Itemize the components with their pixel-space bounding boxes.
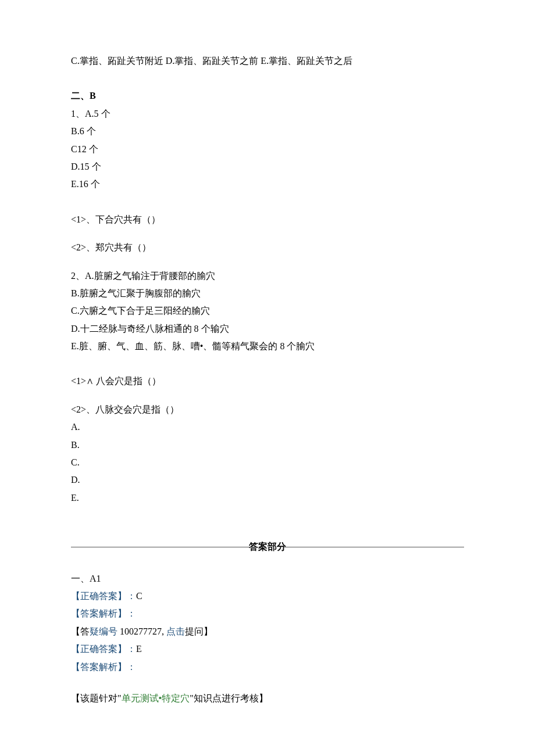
q1-opt-c: C12 个 — [71, 141, 464, 158]
doubt-num: 100277727, — [117, 626, 166, 636]
q1-sub1: <1>、下合穴共有（） — [71, 211, 464, 228]
q1-opt-a: 1、A.5 个 — [71, 105, 464, 123]
q2-sub2: <2>、八脉交会穴是指（） — [71, 401, 464, 418]
q2-label-e: E. — [71, 489, 464, 507]
q2-opt-a: 2、A.脏腑之气输注于背腰部的腧穴 — [71, 267, 464, 285]
q2-opt-e: E.脏、腑、气、血、筋、脉、嘈•、髓等精气聚会的 8 个腧穴 — [71, 338, 464, 355]
answers-heading: 答案部分 — [71, 538, 464, 556]
correct-answer-2: 【正确答案】：E — [71, 640, 464, 658]
doubt-line: 【答疑编号 100277727, 点击提问】 — [71, 623, 464, 640]
q2-sub1: <1>∧ 八会穴是指（） — [71, 372, 464, 390]
note-close: "知识点进行考核】 — [190, 693, 268, 703]
q2-label-c: C. — [71, 454, 464, 471]
q1-opt-e: E.16 个 — [71, 175, 464, 193]
answers-section-heading: 一、A1 — [71, 570, 464, 587]
doubt-click-link[interactable]: 点击 — [166, 626, 185, 636]
correct-answer-1: 【正确答案】：C — [71, 587, 464, 605]
q2-opt-b: B.脏腑之气汇聚于胸腹部的腧穴 — [71, 285, 464, 302]
q2-label-a: A. — [71, 418, 464, 436]
analysis-label-1: 【答案解析】： — [71, 605, 464, 622]
note-line: 【该题针对"单元测试•特定穴"知识点进行考核】 — [71, 690, 464, 707]
analysis-label-2: 【答案解析】： — [71, 658, 464, 676]
correct-label-1: 【正确答案】： — [71, 591, 136, 601]
correct-label-2: 【正确答案】： — [71, 644, 136, 654]
doubt-mid: 疑编号 — [90, 626, 117, 636]
q1-sub2: <2>、郑穴共有（） — [71, 239, 464, 256]
q2-label-d: D. — [71, 471, 464, 489]
prev-options-line: C.掌指、跖趾关节附近 D.掌指、跖趾关节之前 E.掌指、跖趾关节之后 — [71, 52, 464, 70]
correct-value-1: C — [136, 591, 142, 601]
correct-value-2: E — [136, 644, 142, 654]
note-open: 【该题针对" — [71, 693, 122, 703]
note-green: 单元测试•特定穴 — [122, 693, 190, 703]
q1-opt-d: D.15 个 — [71, 158, 464, 175]
q1-opt-b: B.6 个 — [71, 123, 464, 140]
q2-opt-c: C.六腑之气下合于足三阳经的腧穴 — [71, 302, 464, 320]
q2-label-b: B. — [71, 436, 464, 454]
section-b-heading: 二、B — [71, 87, 464, 105]
doubt-prefix: 【答 — [71, 626, 90, 636]
doubt-suffix: 提问】 — [185, 626, 213, 636]
q2-opt-d: D.十二经脉与奇经八脉相通的 8 个输穴 — [71, 320, 464, 338]
